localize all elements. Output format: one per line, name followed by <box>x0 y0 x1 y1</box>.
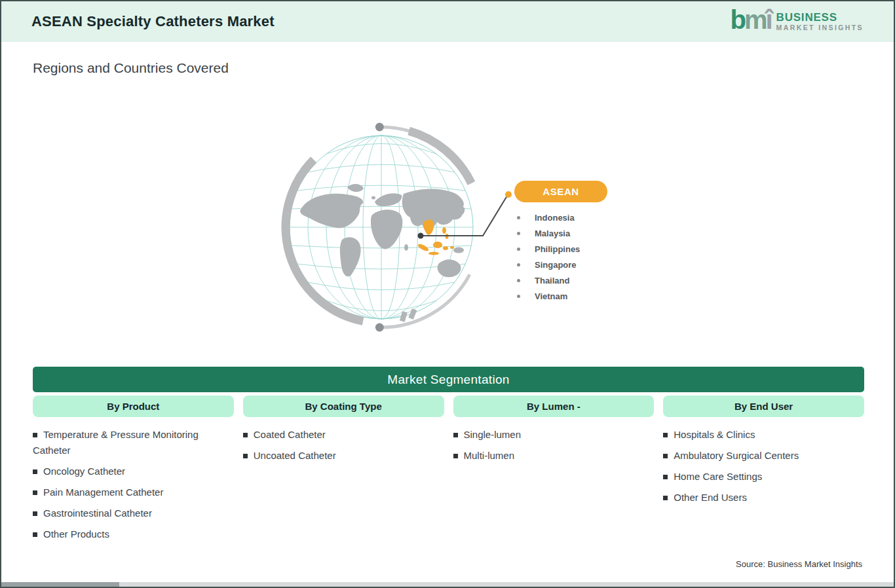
callout-origin-dot <box>505 191 512 198</box>
segment-item-label: Pain Management Catheter <box>43 487 163 498</box>
segment-item-label: Other End Users <box>674 492 747 503</box>
segment-item-label: Gastrointestinal Catheter <box>43 507 152 519</box>
square-bullet-icon <box>453 433 458 437</box>
square-bullet-icon <box>33 433 37 437</box>
segment-list-item: Uncoated Catheter <box>243 448 442 464</box>
asean-country-list: Indonesia Malaysia Philippines Singapore… <box>517 210 580 304</box>
country-list-item: Philippines <box>517 241 580 257</box>
segment-item-label: Multi-lumen <box>464 450 515 461</box>
segment-header-by-end-user: By End User <box>663 395 864 417</box>
logo-market-insights-label: MARKET INSIGHTS <box>776 24 864 32</box>
segment-list-item: Coated Catheter <box>243 427 442 443</box>
map-marker-dot <box>418 233 424 239</box>
asean-callout-pill: ASEAN <box>514 181 607 202</box>
bullet-dot-icon <box>517 295 520 298</box>
segment-list-item: Other Products <box>33 526 231 542</box>
horizontal-scrollbar-thumb[interactable] <box>1 582 119 587</box>
segment-item-label: Other Products <box>43 528 109 540</box>
segment-item-label: Single-lumen <box>464 429 522 440</box>
page-title: ASEAN Specialty Catheters Market <box>31 13 275 30</box>
bmi-logo: bmî BUSINESS MARKET INSIGHTS <box>730 9 864 35</box>
country-name: Malaysia <box>535 229 570 238</box>
square-bullet-icon <box>663 496 668 500</box>
square-bullet-icon <box>663 454 668 458</box>
infographic-page: ASEAN Specialty Catheters Market bmî BUS… <box>0 0 895 588</box>
segment-list-by-product: Temperature & Pressure Monitoring Cathet… <box>33 427 234 547</box>
segment-list-by-coating-type: Coated Catheter Uncoated Catheter <box>243 427 444 547</box>
bullet-dot-icon <box>517 263 520 266</box>
country-name: Indonesia <box>535 213 575 223</box>
bullet-dot-icon <box>517 279 520 282</box>
segment-item-label: Coated Catheter <box>254 429 326 440</box>
square-bullet-icon <box>243 454 248 458</box>
segment-list-item: Single-lumen <box>453 427 652 443</box>
segment-list-item: Pain Management Catheter <box>33 485 231 500</box>
arc-end-dot-top <box>375 123 384 132</box>
country-name: Vietnam <box>535 291 567 301</box>
country-list-item: Thailand <box>517 272 580 288</box>
segment-list-item: Oncology Catheter <box>33 464 231 479</box>
bmi-logo-text: BUSINESS MARKET INSIGHTS <box>776 12 864 32</box>
square-bullet-icon <box>33 469 37 474</box>
bullet-dot-icon <box>517 216 520 219</box>
square-bullet-icon <box>33 490 37 495</box>
segment-list-item: Multi-lumen <box>453 448 652 464</box>
country-name: Singapore <box>535 260 577 270</box>
segment-list-item: Ambulatory Surgical Centers <box>663 448 862 464</box>
country-list-item: Indonesia <box>517 210 580 225</box>
segment-item-label: Hospitals & Clinics <box>674 429 755 440</box>
segment-columns: Temperature & Pressure Monitoring Cathet… <box>33 427 864 547</box>
segment-list-item: Home Care Settings <box>663 469 862 485</box>
horizontal-scrollbar[interactable] <box>1 582 894 587</box>
segment-item-label: Oncology Catheter <box>43 466 125 477</box>
bullet-dot-icon <box>517 248 520 251</box>
segment-header-by-coating-type: By Coating Type <box>243 395 444 417</box>
square-bullet-icon <box>663 475 668 479</box>
arc-end-dot-bottom <box>375 323 384 332</box>
segment-item-label: Home Care Settings <box>674 471 762 482</box>
segment-item-label: Ambulatory Surgical Centers <box>674 450 799 461</box>
country-name: Philippines <box>535 244 580 254</box>
segment-list-item: Other End Users <box>663 490 862 505</box>
segment-list-by-end-user: Hospitals & Clinics Ambulatory Surgical … <box>663 427 864 547</box>
logo-business-label: BUSINESS <box>776 12 864 24</box>
square-bullet-icon <box>33 511 37 516</box>
square-bullet-icon <box>453 454 458 458</box>
segment-header-row: By Product By Coating Type By Lumen - By… <box>33 395 864 417</box>
segment-list-item: Gastrointestinal Catheter <box>33 505 231 521</box>
globe-icon <box>276 119 525 338</box>
country-list-item: Vietnam <box>517 288 580 304</box>
segment-list-by-lumen: Single-lumen Multi-lumen <box>453 427 655 547</box>
square-bullet-icon <box>663 433 668 437</box>
segment-item-label: Uncoated Catheter <box>254 450 336 461</box>
segment-item-label: Temperature & Pressure Monitoring Cathet… <box>33 429 199 456</box>
market-segmentation-banner: Market Segmentation <box>33 367 864 392</box>
section-title: Regions and Countries Covered <box>33 60 229 76</box>
square-bullet-icon <box>243 433 248 437</box>
segment-header-by-lumen: By Lumen - <box>453 395 655 417</box>
source-note: Source: Business Market Insights <box>736 559 862 569</box>
world-globe-graphic <box>276 119 525 338</box>
country-list-item: Malaysia <box>517 225 580 241</box>
square-bullet-icon <box>33 532 37 537</box>
segment-list-item: Temperature & Pressure Monitoring Cathet… <box>33 427 231 458</box>
segment-header-by-product: By Product <box>33 395 234 417</box>
bmi-logo-mark-icon: bmî <box>730 7 771 33</box>
country-list-item: Singapore <box>517 257 580 272</box>
segment-list-item: Hospitals & Clinics <box>663 427 862 443</box>
header-band: ASEAN Specialty Catheters Market bmî BUS… <box>1 1 894 42</box>
bullet-dot-icon <box>517 232 520 235</box>
country-name: Thailand <box>535 276 569 285</box>
